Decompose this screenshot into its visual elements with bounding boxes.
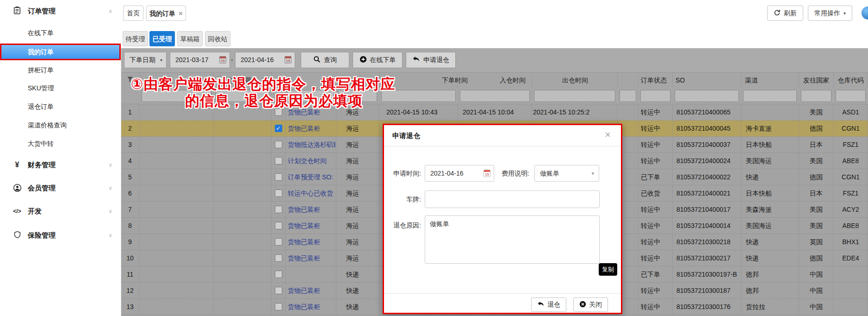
plate-input[interactable] xyxy=(425,190,600,208)
row-checkbox[interactable] xyxy=(275,303,282,310)
create-order-button[interactable]: 在线下单 xyxy=(353,52,403,68)
sidebar-item-6[interactable]: 大货中转 xyxy=(0,136,121,151)
cell-country: 美国 xyxy=(799,104,834,120)
cell-country: 美国 xyxy=(799,153,834,169)
cell-c1 xyxy=(140,153,214,169)
order-status-link[interactable]: 货物已装柜 xyxy=(288,254,320,262)
sidebar-item-label: 我的订单 xyxy=(28,48,54,56)
row-checkbox[interactable] xyxy=(275,157,282,164)
cell-c1 xyxy=(140,299,214,315)
calendar-icon[interactable] xyxy=(484,170,490,177)
calendar-icon[interactable] xyxy=(285,56,291,63)
filter-input-channel[interactable] xyxy=(743,90,797,102)
modal-footer-divider xyxy=(384,293,621,294)
cell-ship: 海运 xyxy=(336,120,379,137)
order-status-link[interactable]: 货物已装柜 xyxy=(288,125,320,132)
order-status-link[interactable]: 订单预受理 SO: xyxy=(288,173,333,181)
row-checkbox[interactable] xyxy=(275,287,282,294)
close-icon[interactable]: × xyxy=(179,9,183,17)
cell-chk xyxy=(272,169,285,185)
sidebar-item-label: 渠道价格查询 xyxy=(28,121,67,129)
sidebar-item-label: 大货中转 xyxy=(28,140,54,147)
subtab-1[interactable]: 已受理 xyxy=(149,31,175,46)
row-checkbox[interactable] xyxy=(275,254,282,262)
cell-link: 货物已装柜 xyxy=(285,234,336,250)
date-type-select[interactable]: 下单日期 ▾ xyxy=(124,52,167,68)
order-status-link[interactable]: 货物抵达洛杉矶转运 xyxy=(288,141,336,148)
filter-input-so[interactable] xyxy=(675,90,739,102)
common-actions-label: 常用操作 xyxy=(814,9,840,18)
refresh-label: 刷新 xyxy=(784,9,797,18)
tab-my-orders-label: 我的订单 xyxy=(149,10,175,17)
row-checkbox[interactable] xyxy=(275,271,282,278)
sidebar-group-1[interactable]: ¥财务管理∨ xyxy=(0,158,121,172)
filter-input-status[interactable] xyxy=(640,90,670,102)
cell-link: 货物已装柜 xyxy=(285,299,336,315)
cell-link: 货物已装柜 xyxy=(285,250,336,266)
cell-num: 10 xyxy=(121,250,140,266)
row-checkbox[interactable] xyxy=(275,173,282,181)
subtab-0[interactable]: 待受理 xyxy=(123,31,148,46)
order-status-link[interactable]: 货物已装柜 xyxy=(288,238,320,246)
sidebar-item-5[interactable]: 渠道价格查询 xyxy=(0,118,121,133)
row-checkbox[interactable] xyxy=(275,206,282,213)
order-status-link[interactable]: 货物已装柜 xyxy=(288,287,320,294)
cell-wh: FSZ1 xyxy=(834,137,868,153)
cell-so: 810537210400045 xyxy=(673,120,741,137)
tab-home[interactable]: 首页 xyxy=(123,6,143,21)
subtab-2[interactable]: 草稿箱 xyxy=(177,31,203,46)
close-icon[interactable]: × xyxy=(605,129,611,141)
sidebar-group-3[interactable]: </>开发∨ xyxy=(0,204,121,219)
sidebar-item-3[interactable]: SKU管理 xyxy=(0,81,121,95)
order-status-link[interactable]: 计划交仓时间 xyxy=(288,157,327,164)
filter-input-t2[interactable] xyxy=(460,90,530,102)
filter-input-wh[interactable] xyxy=(836,90,866,102)
cell-so: 810537210400022 xyxy=(673,169,741,185)
filter-input-t3[interactable] xyxy=(534,90,615,102)
fee-select[interactable]: 做账单 ▾ xyxy=(534,165,599,182)
apply-time-input[interactable]: 2021-04-16 xyxy=(425,165,494,182)
refresh-button[interactable]: 刷新 xyxy=(767,6,803,21)
date-type-label: 下单日期 xyxy=(130,52,155,68)
sidebar-group-2[interactable]: 会员管理∨ xyxy=(0,181,121,196)
order-status-link[interactable]: 转运中心已收货 xyxy=(288,190,333,197)
calendar-icon[interactable] xyxy=(219,56,226,63)
row-checkbox[interactable]: ✓ xyxy=(275,125,282,132)
reason-textarea[interactable]: 做账单 xyxy=(425,215,600,264)
cell-c1 xyxy=(140,266,214,283)
cell-country: 德国 xyxy=(799,250,834,266)
filter-input-spare[interactable] xyxy=(620,90,636,102)
common-actions-button[interactable]: 常用操作 ▾ xyxy=(808,6,852,21)
order-status-link[interactable]: 货物已装柜 xyxy=(288,206,320,213)
sidebar-item-my-orders[interactable]: 我的订单 xyxy=(1,45,119,59)
sidebar-item-0[interactable]: 在线下单 xyxy=(0,25,121,40)
row-checkbox[interactable] xyxy=(275,238,282,246)
subtab-3[interactable]: 回收站 xyxy=(205,31,230,46)
modal-header: 申请退仓 × xyxy=(384,125,621,146)
sidebar-group-4[interactable]: 保险管理∨ xyxy=(0,228,121,243)
cell-ship: 海运 xyxy=(336,153,379,169)
copy-badge[interactable]: 复制 xyxy=(599,263,617,276)
cell-channel: 美森海派 xyxy=(741,202,799,218)
date-from-input[interactable]: 2021-03-17 xyxy=(170,52,230,68)
cell-chk xyxy=(272,283,285,299)
row-checkbox[interactable] xyxy=(275,190,282,197)
date-to-input[interactable]: 2021-04-16 xyxy=(235,52,295,68)
cell-status: 转运中 xyxy=(639,153,673,169)
col-header-spare xyxy=(618,72,639,88)
return-button[interactable]: 退仓 xyxy=(531,297,566,312)
filter-input-country[interactable] xyxy=(801,90,831,102)
sidebar-group-0[interactable]: 订单管理∧ xyxy=(0,4,121,19)
cell-t2: 2021-04-15 10:04 xyxy=(458,104,532,120)
cell-num: 8 xyxy=(121,218,140,234)
sidebar-item-4[interactable]: 退仓订单 xyxy=(0,99,121,114)
close-button[interactable]: 关闭 xyxy=(573,297,608,312)
order-status-link[interactable]: 货物已装柜 xyxy=(288,303,320,310)
order-status-link[interactable]: 货物已装柜 xyxy=(288,222,320,229)
sidebar-item-2[interactable]: 拼柜订单 xyxy=(0,63,121,77)
row-checkbox[interactable] xyxy=(275,141,282,148)
row-checkbox[interactable] xyxy=(275,222,282,229)
tab-my-orders[interactable]: 我的订单× xyxy=(146,6,186,21)
apply-return-button[interactable]: 申请退仓 xyxy=(406,52,456,68)
search-button[interactable]: 查询 xyxy=(301,52,349,68)
